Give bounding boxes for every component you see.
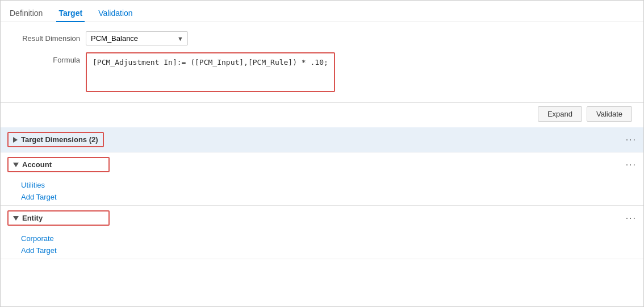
account-group-header[interactable]: Account ··· [1,152,643,177]
result-dimension-row: Result Dimension PCM_Balance ▼ [12,31,632,45]
tab-definition[interactable]: Definition [7,5,45,22]
entity-group-name: Entity [22,214,43,222]
entity-add-target-link[interactable]: Add Target [21,244,639,256]
page-container: Definition Target Validation Result Dime… [0,0,644,307]
target-dimensions-header-left: Target Dimensions (2) [7,132,104,147]
entity-group-left: Entity [7,210,110,226]
account-group: Account ··· Utilities Add Target [1,152,643,206]
triangle-down-icon-2 [13,216,19,221]
entity-group-header[interactable]: Entity ··· [1,206,643,230]
triangle-right-icon [13,137,18,143]
account-group-left: Account [7,157,110,172]
dimensions-section: Target Dimensions (2) ··· Account ··· Ut… [1,127,643,306]
entity-more-button[interactable]: ··· [626,213,637,223]
result-dimension-select-wrapper: PCM_Balance ▼ [86,31,188,45]
account-utilities-link[interactable]: Utilities [21,179,639,191]
account-group-name: Account [22,160,52,169]
target-dimensions-title: Target Dimensions (2) [21,135,98,144]
form-area: Result Dimension PCM_Balance ▼ Formula [… [1,22,643,103]
entity-group: Entity ··· Corporate Add Target [1,206,643,259]
tab-target[interactable]: Target [56,5,85,22]
tab-validation[interactable]: Validation [96,5,135,22]
account-more-button[interactable]: ··· [626,160,637,170]
main-content: Result Dimension PCM_Balance ▼ Formula [… [1,22,643,306]
triangle-down-icon [13,163,19,167]
entity-corporate-link[interactable]: Corporate [21,233,639,244]
result-dimension-select[interactable]: PCM_Balance [86,31,188,45]
expand-button[interactable]: Expand [538,106,582,122]
account-add-target-link[interactable]: Add Target [21,191,639,203]
entity-items: Corporate Add Target [1,230,643,259]
result-dimension-label: Result Dimension [12,34,86,43]
buttons-row: Expand Validate [1,103,643,127]
target-dimensions-more-button[interactable]: ··· [626,135,637,145]
account-items: Utilities Add Target [1,177,643,205]
target-dimensions-header-row[interactable]: Target Dimensions (2) ··· [1,127,643,152]
validate-button[interactable]: Validate [587,106,632,122]
formula-box[interactable]: [PCM_Adjustment In]:= ([PCM_Input],[PCM_… [86,52,335,92]
formula-label: Formula [12,52,86,64]
tab-bar: Definition Target Validation [1,1,643,22]
formula-row: Formula [PCM_Adjustment In]:= ([PCM_Inpu… [12,52,632,92]
